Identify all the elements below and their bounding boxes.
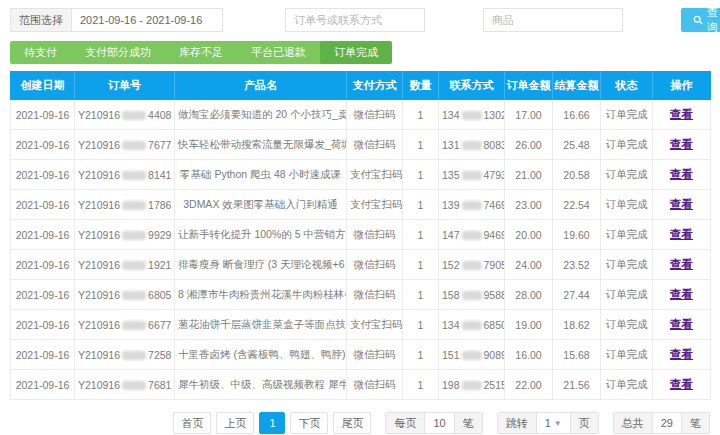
total-unit: 笔 <box>682 413 709 433</box>
cell-status: 订单完成 <box>601 310 653 340</box>
cell-product-name: 排毒瘦身 断食理疗 (3 天理论视频+6 天跟练音频) <box>175 250 347 280</box>
jump-group: 跳转 1▼ 页 <box>497 412 599 434</box>
cell-operation: 查看 <box>653 370 711 400</box>
cell-settle-amount: 18.62 <box>553 310 601 340</box>
cell-contact: 1318083 <box>439 130 505 160</box>
cell-status: 订单完成 <box>601 130 653 160</box>
total-value: 29 <box>652 413 682 433</box>
cell-create-date: 2021-09-16 <box>11 310 75 340</box>
cell-payment-method: 支付宝扫码 <box>347 190 403 220</box>
pagination-page-1[interactable]: 1 <box>259 412 285 434</box>
tab-out-of-stock[interactable]: 库存不足 <box>165 41 237 64</box>
redacted-order-digits <box>122 231 146 240</box>
cell-operation: 查看 <box>653 250 711 280</box>
cell-contact: 1346850 <box>439 310 505 340</box>
cell-status: 订单完成 <box>601 340 653 370</box>
cell-order-amount: 22.00 <box>505 370 553 400</box>
col-header-order-amount: 订单金额 <box>505 72 553 100</box>
redacted-phone-digits <box>462 201 482 210</box>
pagination-next[interactable]: 下页 <box>290 412 328 434</box>
pagination-last[interactable]: 尾页 <box>333 412 371 434</box>
cell-status: 订单完成 <box>601 220 653 250</box>
cell-product-name: 3DMAX 效果图零基础入门到精通 <box>175 190 347 220</box>
search-button-label: 查询 <box>707 5 718 35</box>
view-link[interactable]: 查看 <box>670 348 693 360</box>
view-link[interactable]: 查看 <box>670 318 693 330</box>
tab-order-complete[interactable]: 订单完成 <box>320 41 392 64</box>
cell-operation: 查看 <box>653 280 711 310</box>
table-row: 2021-09-16 Y2109167681 犀牛初级、中级、高级视频教程 犀牛… <box>11 370 711 400</box>
per-page-value[interactable]: 10 <box>424 413 454 433</box>
per-page-group: 每页 10 笔 <box>385 412 482 434</box>
cell-quantity: 1 <box>403 160 439 190</box>
total-label: 总共 <box>614 413 652 433</box>
cell-order-no: Y2109161921 <box>75 250 175 280</box>
view-link[interactable]: 查看 <box>670 108 693 120</box>
cell-contact: 1354793 <box>439 160 505 190</box>
cell-operation: 查看 <box>653 130 711 160</box>
cell-order-amount: 19.00 <box>505 310 553 340</box>
view-link[interactable]: 查看 <box>670 138 693 150</box>
cell-settle-amount: 21.56 <box>553 370 601 400</box>
cell-order-amount: 24.00 <box>505 250 553 280</box>
redacted-order-digits <box>122 171 146 180</box>
cell-status: 订单完成 <box>601 100 653 130</box>
redacted-order-digits <box>122 381 146 390</box>
cell-create-date: 2021-09-16 <box>11 370 75 400</box>
cell-settle-amount: 16.66 <box>553 100 601 130</box>
cell-order-no: Y2109167258 <box>75 340 175 370</box>
order-search-input[interactable] <box>285 8 425 32</box>
cell-status: 订单完成 <box>601 250 653 280</box>
redacted-order-digits <box>122 351 146 360</box>
pagination-first[interactable]: 首页 <box>173 412 211 434</box>
col-header-product-name: 产品名 <box>175 72 347 100</box>
cell-payment-method: 微信扫码 <box>347 370 403 400</box>
cell-create-date: 2021-09-16 <box>11 340 75 370</box>
redacted-phone-digits <box>462 291 482 300</box>
cell-status: 订单完成 <box>601 280 653 310</box>
redacted-phone-digits <box>462 351 482 360</box>
cell-product-name: 让新手转化提升 100%的 5 中营销方法 <box>175 220 347 250</box>
range-select-label: 范围选择 <box>10 8 71 32</box>
cell-settle-amount: 19.60 <box>553 220 601 250</box>
date-range-input[interactable] <box>71 8 223 32</box>
redacted-phone-digits <box>462 321 482 330</box>
jump-page-select[interactable]: 1▼ <box>536 413 571 433</box>
cell-status: 订单完成 <box>601 190 653 220</box>
cell-operation: 查看 <box>653 160 711 190</box>
col-header-settle-amount: 结算金额 <box>553 72 601 100</box>
tab-partial-payment-success[interactable]: 支付部分成功 <box>71 41 165 64</box>
cell-payment-method: 微信扫码 <box>347 280 403 310</box>
view-link[interactable]: 查看 <box>670 228 693 240</box>
table-row: 2021-09-16 Y2109167677 快车轻松带动搜索流量无限爆发_荷塘… <box>11 130 711 160</box>
view-link[interactable]: 查看 <box>670 198 693 210</box>
tab-platform-refunded[interactable]: 平台已退款 <box>237 41 320 64</box>
search-button[interactable]: 查询 <box>681 8 720 32</box>
table-row: 2021-09-16 Y2109169929 让新手转化提升 100%的 5 中… <box>11 220 711 250</box>
view-link[interactable]: 查看 <box>670 288 693 300</box>
view-link[interactable]: 查看 <box>670 378 693 390</box>
cell-quantity: 1 <box>403 250 439 280</box>
cell-settle-amount: 25.48 <box>553 130 601 160</box>
cell-create-date: 2021-09-16 <box>11 280 75 310</box>
cell-operation: 查看 <box>653 340 711 370</box>
redacted-phone-digits <box>462 231 482 240</box>
view-link[interactable]: 查看 <box>670 258 693 270</box>
cell-quantity: 1 <box>403 310 439 340</box>
tab-pending-payment[interactable]: 待支付 <box>10 41 71 64</box>
view-link[interactable]: 查看 <box>670 168 693 180</box>
cell-operation: 查看 <box>653 310 711 340</box>
cell-order-amount: 17.00 <box>505 100 553 130</box>
table-row: 2021-09-16 Y2109161921 排毒瘦身 断食理疗 (3 天理论视… <box>11 250 711 280</box>
cell-payment-method: 微信扫码 <box>347 250 403 280</box>
pagination-prev[interactable]: 上页 <box>216 412 254 434</box>
cell-operation: 查看 <box>653 100 711 130</box>
per-page-unit: 笔 <box>455 413 482 433</box>
cell-payment-method: 微信扫码 <box>347 100 403 130</box>
cell-order-no: Y2109167681 <box>75 370 175 400</box>
cell-payment-method: 微信扫码 <box>347 340 403 370</box>
cell-order-no: Y2109168141 <box>75 160 175 190</box>
product-search-input[interactable] <box>483 8 623 32</box>
cell-quantity: 1 <box>403 370 439 400</box>
cell-operation: 查看 <box>653 190 711 220</box>
